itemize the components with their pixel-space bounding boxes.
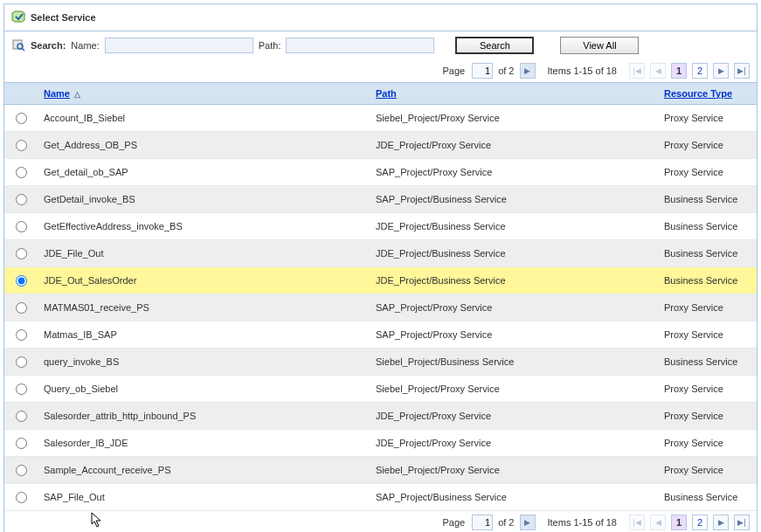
page-of-label: of 2: [498, 517, 514, 528]
column-path-link[interactable]: Path: [376, 88, 397, 99]
page-last-button[interactable]: ▶|: [734, 515, 750, 530]
row-radio[interactable]: [16, 221, 27, 232]
row-radio[interactable]: [16, 411, 27, 422]
page-number-2[interactable]: 2: [692, 63, 708, 79]
page-prev-button[interactable]: ◀: [650, 63, 666, 79]
row-path: JDE_Project/Proxy Service: [369, 430, 657, 457]
row-radio[interactable]: [16, 465, 27, 476]
column-name[interactable]: Name △: [37, 83, 369, 105]
row-radio[interactable]: [16, 356, 27, 368]
search-button[interactable]: Search: [455, 37, 534, 54]
panel-title: Select Service: [31, 12, 96, 23]
row-path: JDE_Project/Proxy Service: [369, 132, 657, 159]
row-radio[interactable]: [16, 113, 27, 124]
table-row: Account_IB_SiebelSiebel_Project/Proxy Se…: [4, 105, 757, 132]
row-path: Siebel_Project/Proxy Service: [369, 457, 657, 484]
page-items-text: Items 1-15 of 18: [548, 517, 618, 528]
search-heading: Search:: [31, 40, 66, 51]
pager-top: Pageof 2▶Items 1-15 of 18|◀◀12▶▶|: [4, 59, 757, 82]
column-resource-type-link[interactable]: Resource Type: [664, 88, 732, 99]
row-name: JDE_Out_SalesOrder: [37, 267, 369, 294]
row-radio[interactable]: [16, 302, 27, 314]
page-next-button[interactable]: ▶: [713, 515, 729, 530]
table-row: SAP_File_OutSAP_Project/Business Service…: [4, 484, 757, 511]
column-path[interactable]: Path: [369, 83, 657, 105]
page-number-1[interactable]: 1: [671, 63, 687, 79]
sort-asc-icon: △: [74, 90, 80, 99]
path-input[interactable]: [286, 38, 434, 53]
row-radio[interactable]: [16, 167, 27, 178]
row-resource-type: Business Service: [657, 349, 757, 376]
svg-line-2: [22, 48, 24, 51]
view-all-button[interactable]: View All: [560, 37, 639, 54]
row-radio[interactable]: [16, 194, 27, 205]
service-table: Name △ Path Resource Type Account_IB_Sie…: [4, 82, 757, 511]
row-name: Sample_Account_receive_PS: [37, 457, 369, 484]
page-input[interactable]: [472, 515, 493, 530]
row-path: SAP_Project/Proxy Service: [369, 321, 657, 349]
page-go-button[interactable]: ▶: [520, 515, 536, 530]
name-label: Name:: [71, 40, 99, 51]
row-radio[interactable]: [16, 329, 27, 341]
row-radio-cell: [4, 376, 37, 403]
row-name: SAP_File_Out: [37, 484, 369, 511]
row-path: JDE_Project/Proxy Service: [369, 403, 657, 430]
table-row: Sample_Account_receive_PSSiebel_Project/…: [4, 457, 757, 484]
row-radio[interactable]: [16, 248, 27, 259]
table-row: GetEffectiveAddress_invoke_BSJDE_Project…: [4, 213, 757, 240]
row-radio-cell: [4, 105, 37, 132]
page-prev-button[interactable]: ◀: [650, 515, 666, 530]
row-resource-type: Proxy Service: [657, 430, 757, 457]
row-radio-cell: [4, 457, 37, 484]
row-path: JDE_Project/Business Service: [369, 240, 657, 267]
row-radio-cell: [4, 484, 37, 511]
row-radio[interactable]: [16, 438, 27, 449]
row-radio-cell: [4, 430, 37, 457]
table-row: Get_Address_OB_PSJDE_Project/Proxy Servi…: [4, 132, 757, 159]
row-radio-cell: [4, 349, 37, 376]
page-input[interactable]: [472, 63, 493, 79]
pager-bottom: Pageof 2▶Items 1-15 of 18|◀◀12▶▶|: [4, 511, 757, 532]
row-path: JDE_Project/Business Service: [369, 267, 657, 294]
row-resource-type: Proxy Service: [657, 159, 757, 186]
row-resource-type: Proxy Service: [657, 403, 757, 430]
page-number-2[interactable]: 2: [692, 515, 708, 530]
panel-icon: [11, 10, 25, 25]
table-row: JDE_File_OutJDE_Project/Business Service…: [4, 240, 757, 267]
row-resource-type: Business Service: [657, 186, 757, 213]
row-name: MATMAS01_receive_PS: [37, 294, 369, 321]
row-path: SAP_Project/Business Service: [369, 186, 657, 213]
page-first-button[interactable]: |◀: [629, 63, 645, 79]
table-row: JDE_Out_SalesOrderJDE_Project/Business S…: [4, 267, 757, 294]
row-name: Get_Address_OB_PS: [37, 132, 369, 159]
page-number-1[interactable]: 1: [671, 515, 687, 530]
row-radio[interactable]: [16, 492, 27, 503]
row-radio[interactable]: [16, 275, 27, 287]
row-resource-type: Proxy Service: [657, 132, 757, 159]
row-path: Siebel_Project/Proxy Service: [369, 105, 657, 132]
row-resource-type: Business Service: [657, 484, 757, 511]
row-radio[interactable]: [16, 383, 27, 395]
row-resource-type: Business Service: [657, 267, 757, 294]
column-resource-type[interactable]: Resource Type: [657, 83, 757, 105]
row-path: Siebel_Project/Business Service: [369, 349, 657, 376]
name-input[interactable]: [105, 38, 253, 53]
row-name: GetDetail_invoke_BS: [37, 186, 369, 213]
page-last-button[interactable]: ▶|: [734, 63, 750, 79]
page-items-text: Items 1-15 of 18: [548, 66, 618, 76]
row-name: Account_IB_Siebel: [37, 105, 369, 132]
page-first-button[interactable]: |◀: [629, 515, 645, 530]
page-label: Page: [442, 66, 465, 76]
row-radio-cell: [4, 240, 37, 267]
row-radio-cell: [4, 213, 37, 240]
row-path: JDE_Project/Business Service: [369, 213, 657, 240]
page-go-button[interactable]: ▶: [520, 63, 536, 79]
table-row: Query_ob_SiebelSiebel_Project/Proxy Serv…: [4, 376, 757, 403]
search-icon: [11, 38, 25, 53]
row-name: Matmas_IB_SAP: [37, 321, 369, 349]
page-next-button[interactable]: ▶: [713, 63, 729, 79]
panel-header: Select Service: [4, 4, 757, 31]
row-resource-type: Proxy Service: [657, 105, 757, 132]
row-radio[interactable]: [16, 140, 27, 151]
column-name-link[interactable]: Name: [44, 88, 70, 99]
